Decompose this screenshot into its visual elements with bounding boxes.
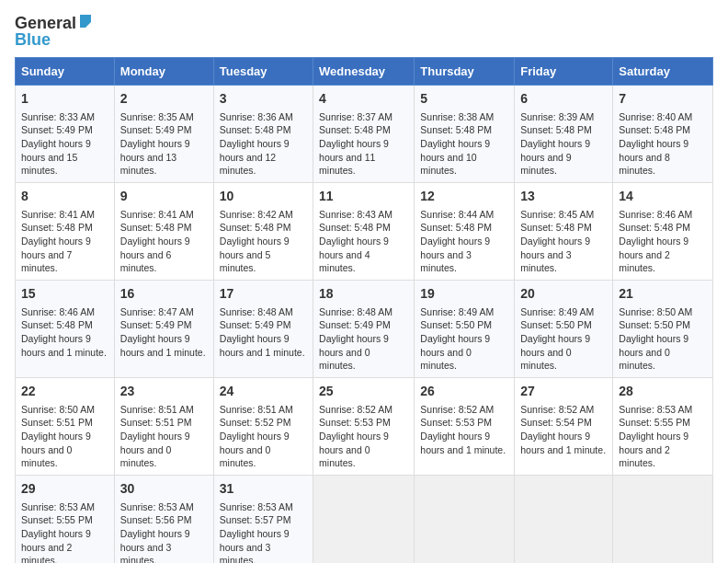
daylight-text: Daylight hours 9 hours and 10 minutes.	[420, 137, 508, 178]
calendar-cell: 11Sunrise: 8:43 AMSunset: 5:48 PMDayligh…	[313, 183, 415, 281]
logo-general-text: General	[15, 15, 76, 31]
logo-blue-text: Blue	[15, 31, 51, 48]
weekday-header-sunday: Sunday	[16, 58, 115, 86]
sunrise-text: Sunrise: 8:52 AM	[520, 403, 607, 417]
sunset-text: Sunset: 5:48 PM	[520, 221, 607, 235]
day-number: 7	[619, 90, 707, 109]
sunrise-text: Sunrise: 8:43 AM	[319, 208, 408, 222]
sunset-text: Sunset: 5:48 PM	[21, 318, 108, 332]
day-number: 23	[120, 383, 208, 401]
sunrise-text: Sunrise: 8:40 AM	[619, 110, 707, 124]
day-number: 12	[420, 188, 508, 206]
sunset-text: Sunset: 5:55 PM	[619, 416, 707, 430]
sunset-text: Sunset: 5:56 PM	[120, 513, 208, 527]
weekday-header-tuesday: Tuesday	[213, 58, 313, 86]
day-number: 11	[319, 188, 408, 206]
sunset-text: Sunset: 5:52 PM	[220, 416, 307, 430]
calendar-cell: 19Sunrise: 8:49 AMSunset: 5:50 PMDayligh…	[415, 281, 515, 378]
calendar-cell: 30Sunrise: 8:53 AMSunset: 5:56 PMDayligh…	[114, 476, 213, 563]
day-number: 29	[21, 480, 108, 499]
day-number: 8	[21, 188, 108, 206]
calendar-cell: 1Sunrise: 8:33 AMSunset: 5:49 PMDaylight…	[16, 86, 115, 183]
sunset-text: Sunset: 5:49 PM	[21, 123, 108, 137]
daylight-text: Daylight hours 9 hours and 1 minute.	[420, 430, 508, 456]
sunset-text: Sunset: 5:48 PM	[420, 123, 508, 137]
day-number: 3	[220, 90, 307, 109]
calendar-cell: 21Sunrise: 8:50 AMSunset: 5:50 PMDayligh…	[613, 281, 713, 378]
day-number: 24	[220, 383, 307, 401]
calendar-cell: 4Sunrise: 8:37 AMSunset: 5:48 PMDaylight…	[313, 86, 415, 183]
weekday-header-row: SundayMondayTuesdayWednesdayThursdayFrid…	[16, 58, 713, 86]
sunrise-text: Sunrise: 8:52 AM	[319, 403, 408, 417]
daylight-text: Daylight hours 9 hours and 0 minutes.	[220, 430, 307, 470]
day-number: 9	[120, 188, 208, 206]
calendar-cell: 18Sunrise: 8:48 AMSunset: 5:49 PMDayligh…	[313, 281, 415, 378]
sunrise-text: Sunrise: 8:53 AM	[619, 403, 707, 417]
day-number: 17	[220, 285, 307, 304]
sunset-text: Sunset: 5:48 PM	[220, 221, 307, 235]
daylight-text: Daylight hours 9 hours and 2 minutes.	[619, 430, 707, 470]
sunrise-text: Sunrise: 8:47 AM	[120, 305, 208, 319]
calendar-cell	[613, 476, 713, 563]
calendar-cell: 14Sunrise: 8:46 AMSunset: 5:48 PMDayligh…	[613, 183, 713, 281]
daylight-text: Daylight hours 9 hours and 9 minutes.	[520, 137, 607, 178]
sunrise-text: Sunrise: 8:51 AM	[120, 403, 208, 417]
sunrise-text: Sunrise: 8:33 AM	[21, 110, 108, 124]
sunset-text: Sunset: 5:51 PM	[21, 416, 108, 430]
calendar-cell: 17Sunrise: 8:48 AMSunset: 5:49 PMDayligh…	[213, 281, 313, 378]
sunrise-text: Sunrise: 8:46 AM	[21, 305, 108, 319]
daylight-text: Daylight hours 9 hours and 7 minutes.	[21, 235, 108, 275]
calendar-cell: 5Sunrise: 8:38 AMSunset: 5:48 PMDaylight…	[415, 86, 515, 183]
sunset-text: Sunset: 5:49 PM	[120, 123, 208, 137]
daylight-text: Daylight hours 9 hours and 12 minutes.	[220, 137, 307, 178]
sunset-text: Sunset: 5:48 PM	[220, 123, 307, 137]
daylight-text: Daylight hours 9 hours and 11 minutes.	[319, 137, 408, 178]
day-number: 10	[220, 188, 307, 206]
day-number: 31	[220, 480, 307, 499]
daylight-text: Daylight hours 9 hours and 2 minutes.	[619, 235, 707, 275]
daylight-text: Daylight hours 9 hours and 13 minutes.	[120, 137, 208, 178]
sunrise-text: Sunrise: 8:48 AM	[220, 305, 307, 319]
daylight-text: Daylight hours 9 hours and 1 minute.	[120, 332, 208, 359]
sunset-text: Sunset: 5:50 PM	[420, 318, 508, 332]
sunrise-text: Sunrise: 8:48 AM	[319, 305, 408, 319]
calendar-cell: 28Sunrise: 8:53 AMSunset: 5:55 PMDayligh…	[613, 378, 713, 476]
daylight-text: Daylight hours 9 hours and 0 minutes.	[120, 430, 208, 470]
sunset-text: Sunset: 5:53 PM	[420, 416, 508, 430]
daylight-text: Daylight hours 9 hours and 4 minutes.	[319, 235, 408, 275]
calendar-cell: 24Sunrise: 8:51 AMSunset: 5:52 PMDayligh…	[213, 378, 313, 476]
day-number: 27	[520, 383, 607, 401]
sunrise-text: Sunrise: 8:42 AM	[220, 208, 307, 222]
daylight-text: Daylight hours 9 hours and 1 minute.	[520, 430, 607, 456]
sunrise-text: Sunrise: 8:53 AM	[220, 500, 307, 514]
sunset-text: Sunset: 5:50 PM	[520, 318, 607, 332]
daylight-text: Daylight hours 9 hours and 3 minutes.	[420, 235, 508, 275]
sunrise-text: Sunrise: 8:53 AM	[120, 500, 208, 514]
calendar-cell	[415, 476, 515, 563]
logo: General Blue	[15, 15, 93, 48]
weekday-header-saturday: Saturday	[613, 58, 713, 86]
weekday-header-wednesday: Wednesday	[313, 58, 415, 86]
calendar-cell: 16Sunrise: 8:47 AMSunset: 5:49 PMDayligh…	[114, 281, 213, 378]
calendar-cell: 29Sunrise: 8:53 AMSunset: 5:55 PMDayligh…	[16, 476, 115, 563]
day-number: 30	[120, 480, 208, 499]
day-number: 15	[21, 285, 108, 304]
daylight-text: Daylight hours 9 hours and 2 minutes.	[21, 527, 108, 563]
calendar-cell	[313, 476, 415, 563]
weekday-header-friday: Friday	[515, 58, 613, 86]
calendar-week-4: 22Sunrise: 8:50 AMSunset: 5:51 PMDayligh…	[16, 378, 713, 476]
sunrise-text: Sunrise: 8:53 AM	[21, 500, 108, 514]
calendar-cell: 22Sunrise: 8:50 AMSunset: 5:51 PMDayligh…	[16, 378, 115, 476]
daylight-text: Daylight hours 9 hours and 0 minutes.	[520, 332, 607, 373]
day-number: 21	[619, 285, 707, 304]
sunset-text: Sunset: 5:48 PM	[420, 221, 508, 235]
calendar-cell: 15Sunrise: 8:46 AMSunset: 5:48 PMDayligh…	[16, 281, 115, 378]
calendar-cell: 6Sunrise: 8:39 AMSunset: 5:48 PMDaylight…	[515, 86, 613, 183]
sunrise-text: Sunrise: 8:49 AM	[520, 305, 607, 319]
sunrise-text: Sunrise: 8:38 AM	[420, 110, 508, 124]
day-number: 6	[520, 90, 607, 109]
calendar-cell: 23Sunrise: 8:51 AMSunset: 5:51 PMDayligh…	[114, 378, 213, 476]
daylight-text: Daylight hours 9 hours and 1 minute.	[21, 332, 108, 359]
calendar-week-2: 8Sunrise: 8:41 AMSunset: 5:48 PMDaylight…	[16, 183, 713, 281]
sunset-text: Sunset: 5:54 PM	[520, 416, 607, 430]
